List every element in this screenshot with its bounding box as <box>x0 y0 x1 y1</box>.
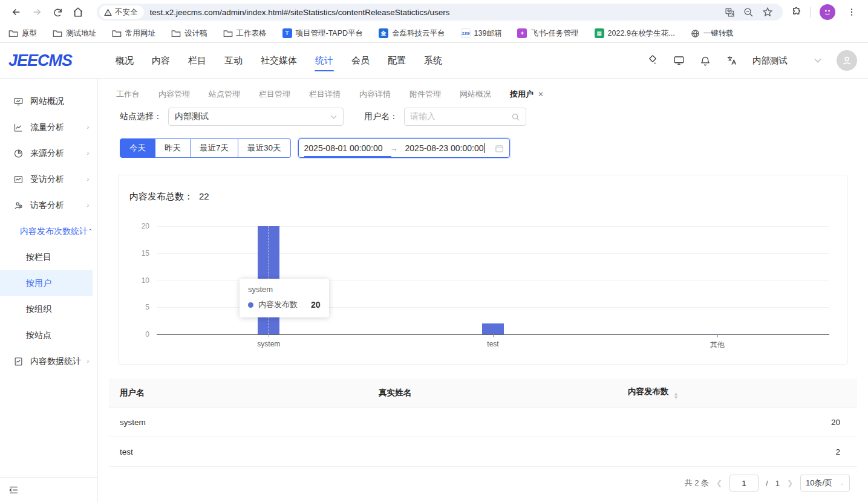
sidebar-subitem-by-channel[interactable]: 按栏目 <box>0 244 97 270</box>
prev-page-icon[interactable]: ❮ <box>716 479 722 487</box>
bar-chart[interactable]: 20 15 10 5 0 system test 其他 system <box>157 226 829 335</box>
pagination: 共 2 条 ❮ 1 / 1 ❯ 10条/页 ⌄ <box>109 475 857 492</box>
username-input[interactable]: 请输入 <box>404 108 526 126</box>
bookmark-link[interactable]: 金金磊科技云平台 <box>379 28 445 39</box>
tab-site-mgmt[interactable]: 站点管理 <box>209 89 240 100</box>
table-row[interactable]: system 20 <box>109 407 857 437</box>
site-switcher[interactable]: 内部测试 <box>752 55 821 67</box>
range-arrow-icon: → <box>390 144 398 153</box>
home-icon[interactable] <box>68 2 88 22</box>
bookmark-star-icon[interactable] <box>762 7 773 18</box>
page-size-select[interactable]: 10条/页 ⌄ <box>800 475 850 492</box>
sidebar-item-site-overview[interactable]: 网站概况 <box>0 88 97 114</box>
date-start-input[interactable]: 2025-08-01 00:00:00 <box>304 143 383 153</box>
nav-statistics[interactable]: 统计 <box>315 44 334 77</box>
nav-interaction[interactable]: 互动 <box>224 44 243 77</box>
tab-attachment-mgmt[interactable]: 附件管理 <box>410 89 441 100</box>
sidebar-item-source-analysis[interactable]: 来源分析 › <box>0 140 97 166</box>
nav-channel[interactable]: 栏目 <box>188 44 207 77</box>
clear-cache-icon[interactable] <box>647 55 658 66</box>
bookmark-link[interactable]: ▦2022.9在校学生花... <box>595 28 675 39</box>
browser-profile-avatar[interactable] <box>820 4 835 20</box>
browser-menu-icon[interactable] <box>841 2 862 22</box>
tab-content-mgmt[interactable]: 内容管理 <box>158 89 190 100</box>
forward-icon[interactable] <box>27 2 47 22</box>
filter-row-date: 今天 昨天 最近7天 最近30天 2025-08-01 00:00:00 → 2… <box>109 138 857 158</box>
tab-workbench[interactable]: 工作台 <box>116 89 140 100</box>
col-realname: 真实姓名 <box>368 388 617 398</box>
range-yesterday-button[interactable]: 昨天 <box>155 138 191 158</box>
site-select-value: 内部测试 <box>175 111 209 122</box>
calendar-icon[interactable] <box>495 144 504 153</box>
y-axis-tick: 0 <box>145 330 149 339</box>
tab-by-user[interactable]: 按用户✕ <box>510 89 544 100</box>
bookmark-folder[interactable]: 工作表格 <box>223 28 267 39</box>
site-select[interactable]: 内部测试 <box>168 108 344 126</box>
sort-icon[interactable]: ▲▼ <box>673 392 678 400</box>
nav-overview[interactable]: 概况 <box>115 44 134 77</box>
chevron-right-icon: › <box>87 176 89 183</box>
bookmark-folder[interactable]: 原型 <box>8 28 37 39</box>
bookmark-link[interactable]: T项目管理-TAPD平台 <box>282 28 364 39</box>
address-bar[interactable]: 不安全 test.x2.jeecms.com/admin/index.html#… <box>97 4 783 21</box>
text-caret <box>484 143 485 153</box>
sidebar-item-traffic-analysis[interactable]: 流量分析 › <box>0 114 97 140</box>
users-table: 用户名 真实姓名 内容发布数▲▼ system 20 test 2 <box>109 378 857 467</box>
tab-channel-detail[interactable]: 栏目详情 <box>309 89 341 100</box>
tab-close-icon[interactable]: ✕ <box>538 90 544 99</box>
sidebar-item-content-data-stats[interactable]: 内容数据统计 › <box>0 348 97 374</box>
reload-icon[interactable] <box>47 2 68 22</box>
security-chip[interactable]: 不安全 <box>99 5 144 19</box>
y-axis-tick: 5 <box>145 303 149 311</box>
nav-members[interactable]: 会员 <box>351 44 370 77</box>
extensions-icon[interactable] <box>791 7 802 18</box>
nav-social-media[interactable]: 社交媒体 <box>260 44 298 77</box>
nav-system[interactable]: 系统 <box>423 44 443 77</box>
sidebar-subitem-by-user[interactable]: 按用户 <box>0 270 93 296</box>
sidebar-item-visitor-analysis[interactable]: 访客分析 › <box>0 192 97 218</box>
sidebar-subitem-by-organization[interactable]: 按组织 <box>0 296 97 322</box>
url-text[interactable]: test.x2.jeecms.com/admin/index.html#/sit… <box>150 8 450 17</box>
table-row[interactable]: test 2 <box>109 437 857 467</box>
user-avatar[interactable] <box>837 50 857 71</box>
language-icon[interactable] <box>726 55 737 66</box>
bar-test[interactable] <box>482 323 504 334</box>
collapse-sidebar-icon[interactable] <box>8 485 19 495</box>
cell-username: test <box>109 447 368 456</box>
bookmark-link[interactable]: ✦飞书-任务管理 <box>517 28 578 39</box>
tab-channel-mgmt[interactable]: 栏目管理 <box>259 89 290 100</box>
sidebar-item-content-release-stats[interactable]: 内容发布次数统计 ⌃ <box>0 218 97 244</box>
tab-content-detail[interactable]: 内容详情 <box>359 89 391 100</box>
nav-config[interactable]: 配置 <box>387 44 406 77</box>
next-page-icon[interactable]: ❯ <box>787 479 793 487</box>
notification-bell-icon[interactable] <box>700 55 711 67</box>
jeecms-logo[interactable]: JEECMS <box>8 51 80 70</box>
bookmark-folder[interactable]: 常用网址 <box>112 28 155 39</box>
range-7days-button[interactable]: 最近7天 <box>191 138 238 158</box>
page-input[interactable]: 1 <box>729 475 759 492</box>
monitor-preview-icon[interactable] <box>673 55 685 66</box>
date-range-picker[interactable]: 2025-08-01 00:00:00 → 2025-08-23 00:00:0… <box>298 138 510 158</box>
range-today-button[interactable]: 今天 <box>120 138 155 158</box>
jinlei-favicon: 金 <box>379 28 388 38</box>
col-count[interactable]: 内容发布数▲▼ <box>617 386 857 400</box>
tooltip-series: 内容发布数 <box>258 299 298 310</box>
search-icon[interactable] <box>511 112 520 122</box>
bookmark-link[interactable]: 一键转载 <box>691 28 734 39</box>
current-site-name: 内部测试 <box>752 55 788 67</box>
username-placeholder: 请输入 <box>410 111 511 122</box>
back-icon[interactable] <box>6 2 27 22</box>
nav-content[interactable]: 内容 <box>151 44 171 77</box>
bookmark-folder[interactable]: 测试地址 <box>53 28 96 39</box>
date-end-input[interactable]: 2025-08-23 00:00:00 <box>405 143 484 153</box>
zoom-out-icon[interactable] <box>743 7 754 18</box>
tab-site-overview[interactable]: 网站概况 <box>460 89 491 100</box>
tab-bar: 工作台 内容管理 站点管理 栏目管理 栏目详情 内容详情 附件管理 网站概况 按… <box>109 89 857 100</box>
range-30days-button[interactable]: 最近30天 <box>238 138 291 158</box>
bookmark-folder[interactable]: 设计稿 <box>171 28 207 39</box>
sidebar-item-visit-analysis[interactable]: 受访分析 › <box>0 166 97 192</box>
bookmark-link[interactable]: 139139邮箱 <box>461 28 502 39</box>
translate-icon[interactable] <box>725 7 735 18</box>
sidebar-subitem-by-site[interactable]: 按站点 <box>0 322 97 348</box>
chevron-up-icon: ⌃ <box>88 228 93 235</box>
